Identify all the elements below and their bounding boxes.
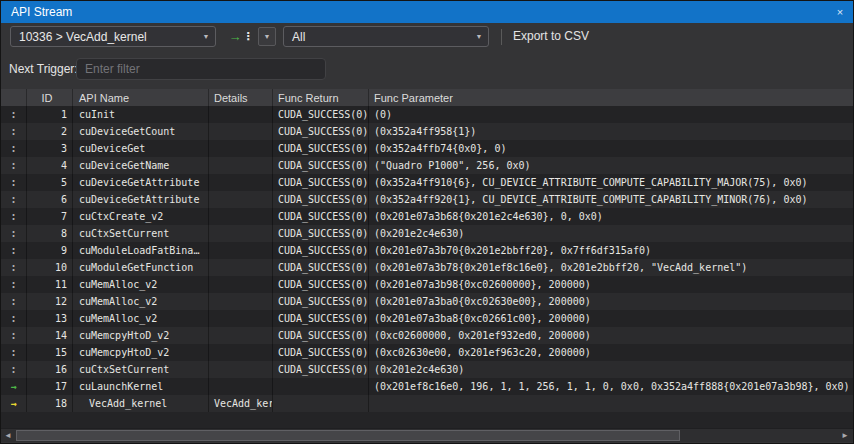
table-row[interactable]: :5cuDeviceGetAttributeCUDA_SUCCESS(0)(0x…: [1, 174, 853, 191]
cell-details: [209, 225, 273, 242]
cell-func-return: CUDA_SUCCESS(0): [273, 174, 369, 191]
header-id-column[interactable]: ID: [27, 89, 73, 106]
table-row[interactable]: →17cuLaunchKernel(0x201ef8c16e0, 196, 1,…: [1, 378, 853, 395]
cell-func-return: CUDA_SUCCESS(0): [273, 242, 369, 259]
cell-id: 17: [27, 378, 73, 395]
cell-func-return: CUDA_SUCCESS(0): [273, 344, 369, 361]
cell-id: 4: [27, 157, 73, 174]
cell-func-parameter: (0x201ef8c16e0, 196, 1, 1, 256, 1, 1, 0,…: [369, 378, 853, 395]
trigger-filter-input[interactable]: [76, 58, 326, 80]
cell-details: [209, 293, 273, 310]
table-row[interactable]: :8cuCtxSetCurrentCUDA_SUCCESS(0)(0x201e2…: [1, 225, 853, 242]
table-row[interactable]: :3cuDeviceGetCUDA_SUCCESS(0)(0x352a4ffb7…: [1, 140, 853, 157]
cell-func-parameter: (0x201e07a3ba0{0xc02630e00}, 200000): [369, 293, 853, 310]
cell-func-parameter: (0): [369, 106, 853, 123]
scroll-left-icon[interactable]: ◄: [1, 429, 15, 442]
cell-api-name: cuLaunchKernel: [73, 378, 209, 395]
table-empty-area: [1, 412, 853, 428]
table-row[interactable]: :2cuDeviceGetCountCUDA_SUCCESS(0)(0x352a…: [1, 123, 853, 140]
cell-api-name: VecAdd_kernel: [73, 395, 209, 412]
table-row[interactable]: →18VecAdd_kernelVecAdd_ker: [1, 395, 853, 412]
cell-details: [209, 140, 273, 157]
table-header[interactable]: ID API Name Details Func Return Func Par…: [1, 89, 853, 106]
cell-func-return: [273, 395, 369, 412]
cell-details: VecAdd_ker: [209, 395, 273, 412]
trigger-options-dropdown[interactable]: ▼: [258, 27, 276, 46]
cell-func-return: CUDA_SUCCESS(0): [273, 106, 369, 123]
header-marker-column[interactable]: [1, 89, 27, 106]
cell-id: 6: [27, 191, 73, 208]
window-titlebar[interactable]: API Stream ×: [1, 1, 853, 23]
cell-func-parameter: (0x352a4ff920{1}, CU_DEVICE_ATTRIBUTE_CO…: [369, 191, 853, 208]
cell-func-return: CUDA_SUCCESS(0): [273, 259, 369, 276]
cell-api-name: cuCtxSetCurrent: [73, 225, 209, 242]
scroll-right-icon[interactable]: ►: [838, 429, 852, 442]
table-row[interactable]: :6cuDeviceGetAttributeCUDA_SUCCESS(0)(0x…: [1, 191, 853, 208]
table-row[interactable]: :16cuCtxSetCurrentCUDA_SUCCESS(0)(0x201e…: [1, 361, 853, 378]
cell-api-name: cuModuleGetFunction: [73, 259, 209, 276]
cell-details: [209, 106, 273, 123]
row-marker-icon: :: [1, 293, 27, 310]
api-filter-dropdown[interactable]: All ▼: [283, 26, 489, 47]
cell-api-name: cuCtxCreate_v2: [73, 208, 209, 225]
cell-api-name: cuMemAlloc_v2: [73, 276, 209, 293]
row-marker-icon: :: [1, 225, 27, 242]
cell-details: [209, 208, 273, 225]
cell-details: [209, 327, 273, 344]
table-row[interactable]: :4cuDeviceGetNameCUDA_SUCCESS(0)("Quadro…: [1, 157, 853, 174]
table-row[interactable]: :10cuModuleGetFunctionCUDA_SUCCESS(0)(0x…: [1, 259, 853, 276]
cell-func-return: CUDA_SUCCESS(0): [273, 327, 369, 344]
cell-func-parameter: (0x352a4ff910{6}, CU_DEVICE_ATTRIBUTE_CO…: [369, 174, 853, 191]
cell-func-return: CUDA_SUCCESS(0): [273, 140, 369, 157]
cell-id: 14: [27, 327, 73, 344]
header-func-return-column[interactable]: Func Return: [273, 89, 369, 106]
cell-details: [209, 242, 273, 259]
table-row[interactable]: :12cuMemAlloc_v2CUDA_SUCCESS(0)(0x201e07…: [1, 293, 853, 310]
cell-func-return: CUDA_SUCCESS(0): [273, 191, 369, 208]
api-filter-value: All: [284, 30, 470, 44]
cell-details: [209, 310, 273, 327]
row-marker-icon: :: [1, 276, 27, 293]
advance-trigger-button[interactable]: → ⋮: [228, 26, 254, 47]
table-row[interactable]: :14cuMemcpyHtoD_v2CUDA_SUCCESS(0)(0xc026…: [1, 327, 853, 344]
cell-func-parameter: (0x201e2c4e630): [369, 225, 853, 242]
row-marker-icon: :: [1, 208, 27, 225]
cell-api-name: cuDeviceGetAttribute: [73, 191, 209, 208]
table-row[interactable]: :11cuMemAlloc_v2CUDA_SUCCESS(0)(0x201e07…: [1, 276, 853, 293]
cell-api-name: cuDeviceGet: [73, 140, 209, 157]
row-marker-icon: :: [1, 106, 27, 123]
stream-selector-dropdown[interactable]: 10336 > VecAdd_kernel ▼: [10, 26, 216, 47]
horizontal-scrollbar[interactable]: ◄ ►: [1, 428, 853, 442]
header-func-parameter-column[interactable]: Func Parameter: [369, 89, 853, 106]
green-arrow-icon: →: [229, 30, 242, 43]
yellow-arrow-icon: →: [1, 395, 27, 412]
cell-id: 8: [27, 225, 73, 242]
api-table-body: :1cuInitCUDA_SUCCESS(0)(0):2cuDeviceGetC…: [1, 106, 853, 412]
row-marker-icon: :: [1, 123, 27, 140]
cell-id: 7: [27, 208, 73, 225]
cell-id: 3: [27, 140, 73, 157]
export-to-csv-button[interactable]: Export to CSV: [513, 29, 589, 43]
table-row[interactable]: :15cuMemcpyHtoD_v2CUDA_SUCCESS(0)(0xc026…: [1, 344, 853, 361]
scrollbar-thumb[interactable]: [16, 430, 680, 441]
row-marker-icon: :: [1, 327, 27, 344]
row-marker-icon: :: [1, 310, 27, 327]
cell-func-return: CUDA_SUCCESS(0): [273, 157, 369, 174]
table-row[interactable]: :13cuMemAlloc_v2CUDA_SUCCESS(0)(0x201e07…: [1, 310, 853, 327]
row-marker-icon: :: [1, 191, 27, 208]
close-icon[interactable]: ×: [827, 6, 853, 18]
cell-api-name: cuMemcpyHtoD_v2: [73, 344, 209, 361]
table-row[interactable]: :7cuCtxCreate_v2CUDA_SUCCESS(0)(0x201e07…: [1, 208, 853, 225]
header-details-column[interactable]: Details: [209, 89, 273, 106]
cell-api-name: cuDeviceGetName: [73, 157, 209, 174]
cell-func-return: CUDA_SUCCESS(0): [273, 208, 369, 225]
cell-func-parameter: (0xc02630e00, 0x201ef963c20, 200000): [369, 344, 853, 361]
header-api-name-column[interactable]: API Name: [73, 89, 209, 106]
table-row[interactable]: :9cuModuleLoadFatBina…CUDA_SUCCESS(0)(0x…: [1, 242, 853, 259]
row-marker-icon: :: [1, 344, 27, 361]
cell-id: 2: [27, 123, 73, 140]
stream-selector-value: 10336 > VecAdd_kernel: [11, 30, 197, 44]
cell-func-return: CUDA_SUCCESS(0): [273, 293, 369, 310]
table-row[interactable]: :1cuInitCUDA_SUCCESS(0)(0): [1, 106, 853, 123]
row-marker-icon: :: [1, 157, 27, 174]
